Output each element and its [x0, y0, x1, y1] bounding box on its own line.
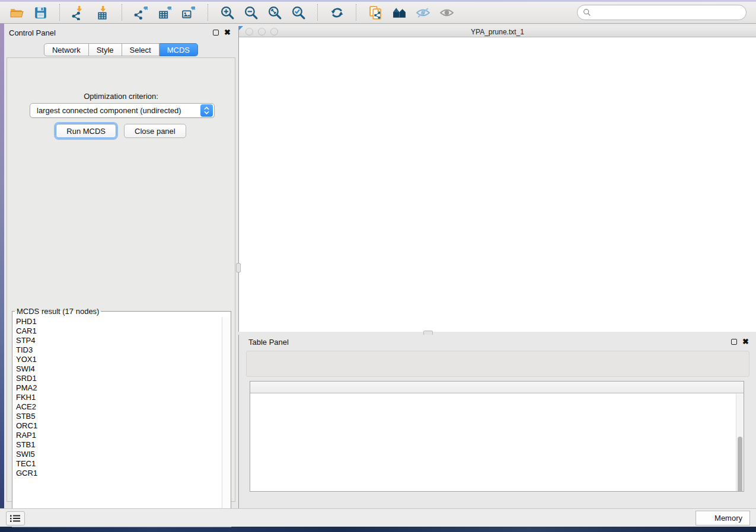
refresh-button[interactable]	[325, 3, 349, 22]
mcds-result-item[interactable]: TEC1	[13, 459, 218, 469]
control-panel-titlebar: Control Panel ✖	[4, 24, 238, 41]
mcds-result-item[interactable]: STB1	[13, 440, 218, 450]
table-panel-titlebar: Table Panel ✖	[239, 335, 756, 349]
float-panel-icon[interactable]	[213, 30, 219, 36]
hide-selected-button[interactable]	[411, 3, 435, 22]
mcds-result-fieldset: MCDS result (17 nodes) PHD1CAR1STP4TID3Y…	[12, 307, 231, 527]
control-panel: Control Panel ✖ NetworkStyleSelectMCDS O…	[4, 24, 238, 508]
table-panel: Table Panel ✖	[238, 335, 756, 508]
toolbar-separator	[356, 4, 356, 21]
optimization-criterion-label: Optimization criterion:	[7, 92, 235, 101]
network-view-window: YPA_prune.txt_1	[238, 26, 756, 332]
selected-criterion: largest connected component (undirected)	[30, 106, 200, 115]
zoom-out-button[interactable]	[239, 3, 263, 22]
refresh-icon	[330, 5, 344, 20]
table-header-row	[250, 382, 744, 393]
desktop-wallpaper-bottom	[0, 527, 756, 532]
mcds-result-item[interactable]: FKH1	[13, 393, 218, 402]
list-icon	[10, 514, 21, 523]
first-neighbors-icon	[392, 5, 407, 20]
show-all-icon	[439, 5, 454, 20]
zoom-selected-button[interactable]	[286, 3, 310, 22]
toolbar-separator	[317, 4, 318, 21]
application-window: Control Panel ✖ NetworkStyleSelectMCDS O…	[0, 0, 756, 532]
mcds-tab-content: Optimization criterion: largest connecte…	[7, 57, 235, 502]
mcds-list-scrollbar[interactable]	[222, 317, 230, 525]
toolbar-separator	[59, 4, 60, 21]
mcds-result-item[interactable]: ACE2	[13, 402, 218, 412]
mcds-result-title: MCDS result (17 nodes)	[15, 307, 101, 316]
export-table-button[interactable]	[153, 3, 177, 22]
tab-network[interactable]: Network	[44, 43, 89, 56]
mcds-result-item[interactable]: SWI4	[13, 364, 218, 374]
mcds-result-item[interactable]: ORC1	[13, 421, 218, 431]
run-mcds-button[interactable]: Run MCDS	[56, 124, 116, 138]
float-table-panel-icon[interactable]	[731, 339, 737, 345]
import-network-button[interactable]	[67, 3, 91, 22]
search-icon	[583, 8, 591, 17]
zoom-in-button[interactable]	[215, 3, 239, 22]
mcds-result-item[interactable]: STB5	[13, 412, 218, 421]
mcds-result-item[interactable]: GCR1	[13, 469, 218, 478]
main-toolbar	[0, 2, 756, 24]
clone-network-button[interactable]	[363, 3, 387, 22]
mcds-result-item[interactable]: SWI5	[13, 450, 218, 459]
open-session-icon	[9, 5, 24, 20]
table-panel-title: Table Panel	[239, 338, 289, 347]
status-bar: Memory	[0, 508, 756, 527]
memory-status-icon	[703, 515, 710, 522]
close-table-panel-icon[interactable]: ✖	[742, 339, 749, 345]
save-session-icon	[33, 5, 48, 20]
import-table-button[interactable]	[91, 3, 114, 22]
mcds-result-item[interactable]: RAP1	[13, 431, 218, 440]
export-network-icon	[134, 5, 149, 20]
zoom-in-icon	[220, 5, 235, 20]
zoom-selected-icon	[291, 5, 306, 20]
export-image-button[interactable]	[177, 3, 200, 22]
export-image-icon	[181, 5, 196, 20]
mcds-result-item[interactable]: PHD1	[13, 317, 218, 326]
save-session-button[interactable]	[28, 3, 52, 22]
search-input[interactable]	[591, 8, 746, 17]
toolbar-separator	[122, 4, 122, 21]
hide-selected-icon	[416, 5, 430, 20]
tab-mcds[interactable]: MCDS	[160, 43, 198, 56]
optimization-criterion-select[interactable]: largest connected component (undirected)	[30, 103, 215, 118]
vertical-splitter-handle[interactable]	[236, 263, 241, 273]
mcds-result-item[interactable]: PMA2	[13, 383, 218, 393]
export-network-button[interactable]	[129, 3, 153, 22]
memory-button[interactable]: Memory	[696, 511, 750, 525]
memory-label: Memory	[714, 514, 742, 523]
table-scrollbar-thumb[interactable]	[738, 437, 742, 492]
table-scrollbar[interactable]	[736, 394, 744, 492]
tab-select[interactable]: Select	[122, 43, 160, 56]
close-panel-button[interactable]: Close panel	[124, 124, 186, 138]
mcds-result-item[interactable]: TID3	[13, 345, 218, 355]
network-window-titlebar[interactable]: YPA_prune.txt_1	[239, 26, 756, 37]
node-table	[250, 381, 744, 492]
show-panels-list-button[interactable]	[6, 511, 25, 525]
first-neighbors-button[interactable]	[387, 3, 411, 22]
control-panel-tabs: NetworkStyleSelectMCDS	[4, 43, 238, 56]
mcds-result-list[interactable]: PHD1CAR1STP4TID3YOX1SWI4SRD1PMA2FKH1ACE2…	[13, 317, 218, 525]
mcds-result-item[interactable]: SRD1	[13, 374, 218, 383]
table-toolbar	[246, 351, 749, 377]
search-box[interactable]	[577, 5, 747, 20]
import-network-icon	[72, 5, 87, 20]
network-canvas[interactable]	[239, 38, 755, 332]
close-panel-icon[interactable]: ✖	[224, 30, 231, 36]
clone-network-icon	[368, 5, 383, 20]
zoom-out-icon	[244, 5, 259, 20]
zoom-fit-button[interactable]	[263, 3, 286, 22]
mcds-result-item[interactable]: STP4	[13, 336, 218, 345]
control-panel-title: Control Panel	[4, 28, 56, 37]
mcds-result-item[interactable]: YOX1	[13, 355, 218, 364]
import-table-icon	[95, 5, 110, 20]
open-session-button[interactable]	[5, 3, 28, 22]
toolbar-separator	[208, 4, 208, 21]
mcds-result-item[interactable]: CAR1	[13, 326, 218, 336]
show-all-button[interactable]	[435, 3, 458, 22]
combo-stepper-icon	[200, 104, 213, 117]
export-table-icon	[158, 5, 173, 20]
tab-style[interactable]: Style	[89, 43, 122, 56]
